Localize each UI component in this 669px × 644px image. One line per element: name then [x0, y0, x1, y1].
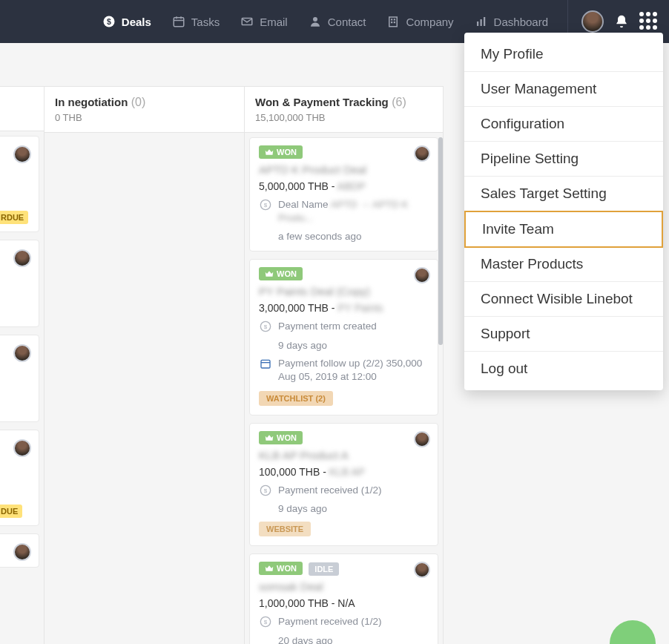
column-header: Won & Payment Tracking (6) 15,100,000 TH… — [245, 86, 443, 133]
column-count: (0) — [131, 96, 146, 108]
svg-rect-14 — [480, 19, 481, 26]
crown-icon — [265, 565, 274, 572]
nav-contact[interactable]: Contact — [298, 0, 377, 43]
deal-amount: 5,000,000 THB - ABDP — [259, 180, 429, 192]
svg-rect-20 — [261, 360, 270, 368]
nav-tasks-label: Tasks — [191, 16, 220, 28]
nav-dashboard-label: Dashboard — [494, 16, 548, 28]
column-won: Won & Payment Tracking (6) 15,100,000 TH… — [245, 86, 444, 644]
dropdown-pipeline-setting[interactable]: Pipeline Setting — [464, 142, 663, 177]
partial-card[interactable] — [0, 240, 39, 327]
svg-rect-10 — [394, 19, 395, 20]
deal-amount: 100,000 THB - KLB AP — [259, 466, 429, 478]
bar-chart-icon — [475, 15, 488, 28]
dropdown-connect-linebot[interactable]: Connect Wisible Linebot — [464, 282, 663, 317]
column-partial-left: RDUE DUE — [0, 86, 45, 644]
svg-text:$: $ — [264, 619, 268, 625]
won-badge: WON — [259, 562, 303, 575]
dollar-icon: $ — [259, 320, 272, 333]
followup-row: Payment follow up (2/2) 350,000 Aug 05, … — [259, 357, 429, 384]
card-owner-avatar — [414, 431, 430, 447]
column-header-partial — [0, 86, 44, 131]
column-body[interactable]: WON APTD K Product Deal 5,000,000 THB - … — [245, 133, 443, 644]
column-subtotal: 15,100,000 THB — [255, 112, 432, 123]
won-label: WON — [277, 269, 297, 278]
activity-time: a few seconds ago — [259, 231, 429, 242]
nav-email-label: Email — [260, 16, 288, 28]
partial-card[interactable] — [0, 335, 39, 422]
envelope-icon — [240, 15, 254, 28]
nav-deals[interactable]: $ Deals — [92, 0, 162, 43]
calendar-icon — [172, 15, 185, 28]
svg-rect-8 — [389, 17, 398, 27]
nav-email[interactable]: Email — [230, 0, 298, 43]
dropdown-user-management[interactable]: User Management — [464, 72, 663, 107]
card-owner-avatar — [13, 439, 31, 457]
svg-rect-13 — [477, 22, 478, 26]
idle-badge: IDLE — [309, 562, 339, 576]
deal-title: KLB AP Product A — [259, 449, 429, 461]
dropdown-my-profile[interactable]: My Profile — [464, 37, 663, 72]
partial-card[interactable]: DUE — [0, 430, 39, 526]
activity-row: $ Payment received (1/2) — [259, 484, 429, 497]
deal-card[interactable]: WON KLB AP Product A 100,000 THB - KLB A… — [249, 423, 438, 546]
svg-text:$: $ — [264, 323, 268, 330]
deal-title: APTD K Product Deal — [259, 163, 429, 176]
won-badge: WON — [259, 431, 303, 444]
dollar-icon: $ — [259, 615, 272, 628]
apps-grid-icon[interactable] — [639, 12, 659, 31]
dropdown-support[interactable]: Support — [464, 317, 663, 352]
nav-tasks[interactable]: Tasks — [162, 0, 230, 43]
card-owner-avatar — [414, 267, 430, 283]
crown-icon — [265, 270, 274, 277]
svg-text:$: $ — [264, 487, 268, 494]
svg-rect-9 — [391, 19, 392, 20]
scrollbar-thumb[interactable] — [438, 137, 443, 345]
dropdown-logout[interactable]: Log out — [464, 352, 663, 386]
partial-card[interactable]: RDUE — [0, 136, 39, 232]
activity-row: $ Deal Name APTD → APTD K Produ... — [259, 198, 429, 225]
column-title: In negotiation — [55, 96, 128, 108]
activity-row: $ Payment received (1/2) — [259, 615, 429, 628]
svg-rect-11 — [391, 22, 392, 23]
activity-time: 9 days ago — [259, 340, 429, 351]
nav-company-label: Company — [406, 16, 453, 28]
column-title: Won & Payment Tracking — [255, 96, 389, 108]
crown-icon — [265, 148, 274, 156]
deal-amount: 3,000,000 THB - PY Paints — [259, 302, 429, 314]
won-badge: WON — [259, 267, 303, 280]
column-subtotal: 0 THB — [55, 112, 234, 123]
card-owner-avatar — [13, 344, 31, 362]
bell-icon[interactable] — [614, 14, 629, 29]
svg-rect-15 — [484, 17, 485, 26]
activity-time: 9 days ago — [259, 503, 429, 514]
overdue-badge: RDUE — [0, 211, 28, 224]
deal-title: PY Paints Deal (Copy) — [259, 285, 429, 298]
calendar-icon — [259, 357, 272, 370]
dropdown-configuration[interactable]: Configuration — [464, 107, 663, 142]
won-label: WON — [277, 564, 297, 573]
deal-card[interactable]: WON IDLE somsak Deal 1,000,000 THB - N/A… — [249, 553, 438, 644]
column-in-negotiation: In negotiation (0) 0 THB — [45, 86, 245, 644]
person-icon — [309, 15, 322, 28]
nav-right — [568, 10, 659, 33]
deal-card[interactable]: WON PY Paints Deal (Copy) 3,000,000 THB … — [249, 259, 438, 415]
deal-card[interactable]: WON APTD K Product Deal 5,000,000 THB - … — [249, 137, 438, 252]
overdue-badge: DUE — [0, 505, 22, 518]
card-owner-avatar — [414, 145, 430, 162]
dollar-icon: $ — [259, 484, 272, 497]
scrollbar[interactable] — [438, 137, 443, 644]
partial-card[interactable] — [0, 533, 39, 568]
column-body[interactable] — [45, 133, 244, 644]
deal-amount: 1,000,000 THB - N/A — [259, 597, 429, 609]
nav-deals-label: Deals — [122, 16, 151, 28]
card-owner-avatar — [13, 249, 31, 267]
nav-contact-label: Contact — [328, 16, 366, 28]
user-avatar[interactable] — [581, 10, 604, 33]
dropdown-sales-target[interactable]: Sales Target Setting — [464, 177, 663, 211]
card-owner-avatar — [13, 543, 31, 561]
nav-company[interactable]: Company — [376, 0, 464, 43]
dollar-circle-icon: $ — [102, 15, 116, 28]
dropdown-invite-team[interactable]: Invite Team — [464, 211, 663, 248]
dropdown-master-products[interactable]: Master Products — [464, 247, 663, 282]
